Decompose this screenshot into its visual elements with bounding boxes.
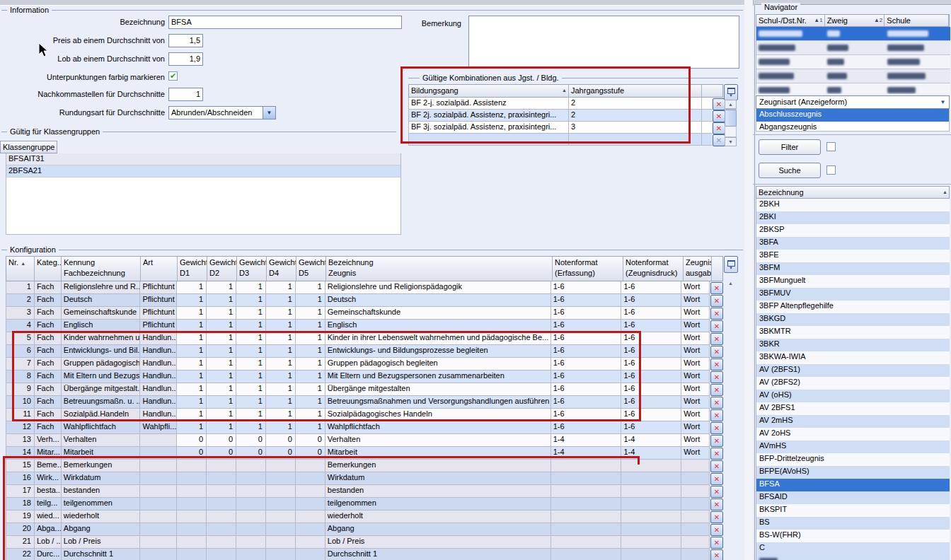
scroll-down-icon[interactable]: ▼ [725,137,737,146]
delete-row-button[interactable]: ✕ [710,549,723,560]
suche-checkbox[interactable] [826,165,836,175]
chevron-down-icon[interactable]: ▼ [263,107,275,119]
konfiguration-row[interactable]: 20Abga...AbgangAbgang✕ [6,523,723,536]
delete-row-button[interactable]: ✕ [710,524,723,536]
bezeichnung-list-item[interactable]: 3BKMTR [756,326,950,339]
konfiguration-row[interactable]: 21Lob / ...Lob / PreisLob / Preis✕ [6,536,723,549]
delete-row-button[interactable]: ✕ [710,371,723,383]
bezeichnung-list-item[interactable]: 2BKSP [756,224,950,237]
navigator-row-redacted[interactable] [756,27,950,41]
konfiguration-column-header[interactable]: Kennung Fachbezeichnung [62,257,141,281]
konfiguration-column-header[interactable]: Nr. ▲ [6,257,35,281]
bezeichnung-list-item[interactable]: AV (oHS) [756,390,950,402]
konfiguration-row[interactable]: 19wied...wiederholtwiederholt✕ [6,511,723,523]
delete-row-button[interactable]: ✕ [710,422,723,434]
bezeichnung-list-item[interactable]: 3BKWA-IWIA [756,351,950,364]
chevron-down-icon[interactable]: ▼ [937,96,949,108]
konfiguration-column-header[interactable]: Gewicht D3 [237,257,267,281]
konfiguration-column-header[interactable]: Gewicht D2 [207,257,237,281]
konfiguration-column-header[interactable]: Notenformat (Erfassung) [553,257,623,281]
konfiguration-row[interactable]: 22Durc...Durchschnitt 1Durchschnitt 1✕ [6,549,723,560]
zeugnisart-option[interactable]: Abgangszeugnis [756,122,949,132]
bezeichnung-list-item[interactable]: 3BFA [756,237,950,250]
navigator-column-header[interactable]: Schule [884,15,949,26]
zeugnisart-dropdown[interactable]: Zeugnisart (Anzeigeform) ▼ [756,95,950,109]
klassengruppe-row[interactable]: 2BFSA21 [6,165,400,177]
delete-row-button[interactable]: ✕ [710,409,723,421]
delete-row-button[interactable]: ✕ [710,473,723,485]
konfiguration-row[interactable]: 12FachWahlpflichtfachWahlpfli...11111Wah… [6,421,723,434]
bezeichnung-list-item[interactable]: AV (2BFS2) [756,377,950,390]
navigator-row-redacted[interactable] [756,55,950,69]
zeugnisart-option[interactable]: Abschlusszeugnis [756,109,949,122]
bezeichnung-list-item[interactable]: BFSAID [756,491,950,504]
bezeichnung-list-item[interactable]: BS-W(FHR) [756,530,950,542]
column-chooser-button[interactable]: ▼ [724,256,738,273]
delete-row-button[interactable]: ✕ [710,448,723,460]
bezeichnung-list-header[interactable]: Bezeichnung▲ [756,186,950,199]
konfiguration-row[interactable]: 18teilg...teilgenommenteilgenommen✕ [6,498,723,511]
bezeichnung-list-item[interactable]: 3BFM [756,262,950,275]
bezeichnung-input[interactable]: BFSA [168,16,402,29]
bezeichnung-list-item[interactable]: 3BFMUV [756,288,950,301]
konfiguration-row[interactable]: 5FachKinder wahrnehmen u...Handlun...111… [6,332,723,345]
konfiguration-row[interactable]: 9FachÜbergänge mitgestalt...Handlun...11… [6,383,723,396]
bezeichnung-list-item[interactable]: AV 2oHS [756,428,950,441]
delete-row-button[interactable]: ✕ [710,333,723,345]
konfiguration-row[interactable]: 11FachSozialpäd.HandelnHandlun...11111So… [6,409,723,421]
konfiguration-row[interactable]: 7FachGruppen pädagogisch...Handlun...111… [6,358,723,371]
kombination-row[interactable]: BF 2-j. sozialpäd. Assistenz2✕ [409,98,737,110]
bezeichnung-list-item[interactable]: C [756,542,950,555]
bezeichnung-list-item[interactable]: BS [756,517,950,530]
delete-row-button[interactable]: ✕ [710,384,723,396]
konfiguration-column-header[interactable]: Notenformat (Zeugnisdruck) [623,257,684,281]
bezeichnung-list-item[interactable]: AV 2BFS1 [756,402,950,415]
delete-row-button[interactable]: ✕ [710,295,723,307]
bezeichnung-list-item[interactable]: 2BKI [756,211,950,224]
delete-row-button[interactable]: ✕ [710,511,723,523]
kombinationen-scrollbar-thumb[interactable] [725,110,737,127]
bezeichnung-list-item[interactable]: 3BKGD [756,313,950,326]
bezeichnung-list-item[interactable]: BKSPIT [756,504,950,517]
jahrgangsstufe-column-header[interactable]: Jahrgangsstufe [569,85,702,97]
konfiguration-column-header[interactable]: Kateg... [35,257,62,281]
konfiguration-row[interactable]: 17besta...bestandenbestanden✕ [6,485,723,498]
nachkomma-input[interactable]: 1 [168,88,203,101]
konfiguration-column-header[interactable]: Gewicht D1 [178,257,207,281]
konfiguration-row[interactable]: 1FachReligionslehre und R...Pflichtunt11… [6,281,723,294]
konfiguration-row[interactable]: 8FachMit Eltern und Bezugs...Handlun...1… [6,371,723,383]
konfiguration-row[interactable]: 10FachBetreuungsmaßn. u. ...Handlun...11… [6,396,723,409]
navigator-row-redacted[interactable] [756,69,950,83]
column-chooser-button[interactable]: ▼ [724,84,738,100]
suche-button[interactable]: Suche [759,163,821,178]
filter-checkbox[interactable] [826,142,836,151]
konfiguration-row[interactable]: 16Wirk...WirkdatumWirkdatum✕ [6,472,723,485]
bezeichnung-list-item[interactable]: 3BFE [756,250,950,262]
navigator-column-header[interactable]: Schul-/Dst.Nr.▲1 [756,15,825,26]
delete-row-button[interactable]: ✕ [710,320,723,332]
bezeichnung-list-item[interactable]: 3BFMunguelt [756,275,950,288]
konfiguration-row[interactable]: 6FachEntwicklungs- und Bil...Handlun...1… [6,345,723,358]
lob-input[interactable]: 1,9 [168,52,203,66]
delete-row-button[interactable]: ✕ [710,460,723,472]
unterpunktungen-checkbox[interactable]: ✔ [168,71,178,81]
preis-input[interactable]: 1,5 [168,34,203,47]
bezeichnung-list-item[interactable]: 3BKR [756,339,950,351]
bemerkung-textarea[interactable] [468,16,739,69]
konfiguration-row[interactable]: 3FachGemeinschaftskundePflichtunt11111Ge… [6,307,723,320]
bezeichnung-list-item-partial[interactable] [756,555,950,560]
delete-row-button[interactable]: ✕ [710,346,723,358]
bezeichnung-list-item[interactable]: BFSA [756,479,950,491]
delete-row-button[interactable]: ✕ [710,308,723,320]
delete-row-button[interactable]: ✕ [713,98,725,110]
konfiguration-column-header[interactable]: Gewicht D4 [267,257,296,281]
delete-row-button[interactable]: ✕ [713,110,725,122]
delete-row-button[interactable]: ✕ [710,397,723,409]
delete-row-button[interactable]: ✕ [710,435,723,447]
konfiguration-column-header[interactable]: Bezeichnung Zeugnis [326,257,553,281]
konfiguration-row[interactable]: 14Mitar...Mitarbeit00000Mitarbeit1-41-4W… [6,447,723,460]
delete-row-button[interactable]: ✕ [710,498,723,511]
delete-row-button[interactable]: ✕ [710,537,723,549]
bezeichnung-list-item[interactable]: 3BFP Altenpflegehilfe [756,301,950,313]
bezeichnung-list-item[interactable]: AVmHS [756,441,950,453]
